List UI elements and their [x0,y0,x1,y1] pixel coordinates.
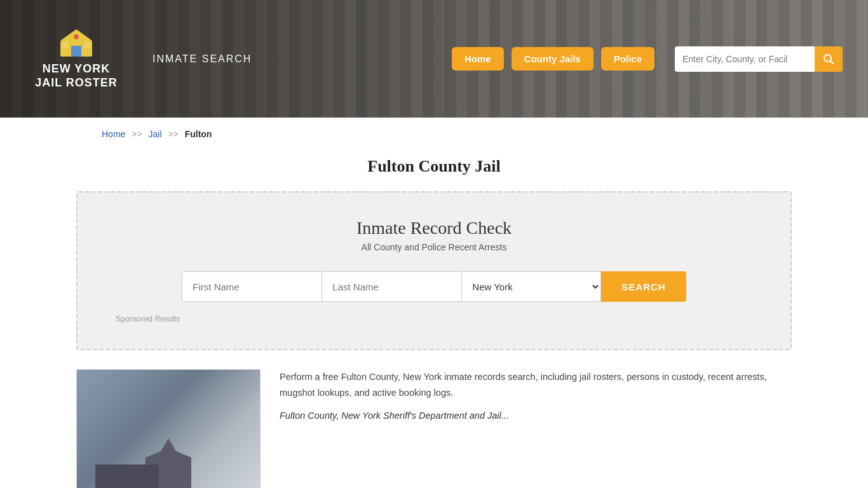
logo-text-top: NEW YORK [43,62,111,76]
header-content: NEW YORK JAIL ROSTER INMATE SEARCH Home … [0,0,868,118]
nav-home-button[interactable]: Home [452,47,504,71]
breadcrumb-jail-link[interactable]: Jail [149,129,162,139]
breadcrumb-home-link[interactable]: Home [102,129,125,139]
svg-rect-2 [71,46,81,57]
svg-rect-3 [62,42,69,48]
header-search-area [675,46,843,72]
facility-image [76,369,261,488]
record-check-subtitle: All County and Police Recent Arrests [116,242,752,252]
first-name-input[interactable] [182,271,322,302]
breadcrumb-sep-2: >> [168,129,178,139]
record-check-box: Inmate Record Check All County and Polic… [76,191,792,350]
breadcrumb: Home >> Jail >> Fulton [0,118,868,151]
content-section: Perform a free Fulton County, New York i… [0,369,868,488]
logo-area: NEW YORK JAIL ROSTER [25,28,127,90]
header-search-input[interactable] [675,46,815,72]
content-description: Perform a free Fulton County, New York i… [280,369,792,400]
nav-area: Home County Jails Police [452,46,843,72]
record-check-title: Inmate Record Check [116,218,752,238]
nav-county-jails-button[interactable]: County Jails [512,47,593,71]
header-search-button[interactable] [815,46,843,72]
svg-line-7 [831,60,834,64]
content-text: Perform a free Fulton County, New York i… [280,369,792,488]
logo-text-bottom: JAIL ROSTER [35,76,118,90]
page-title: Fulton County Jail [0,151,868,191]
svg-point-5 [74,34,79,39]
search-icon [823,53,834,65]
search-button[interactable]: SEARCH [601,271,686,302]
logo-icon [57,28,95,60]
state-select[interactable]: AlabamaAlaskaArizonaArkansasCaliforniaCo… [461,271,601,302]
header: NEW YORK JAIL ROSTER INMATE SEARCH Home … [0,0,868,118]
inmate-search-form: AlabamaAlaskaArizonaArkansasCaliforniaCo… [116,271,752,302]
content-link: Fulton County, New York Sheriff's Depart… [280,408,792,424]
sponsored-label: Sponsored Results [116,315,752,323]
last-name-input[interactable] [322,271,461,302]
nav-police-button[interactable]: Police [601,47,654,71]
svg-rect-4 [84,42,90,48]
breadcrumb-current: Fulton [185,129,212,139]
breadcrumb-sep-1: >> [132,129,142,139]
inmate-search-label: INMATE SEARCH [153,53,252,65]
